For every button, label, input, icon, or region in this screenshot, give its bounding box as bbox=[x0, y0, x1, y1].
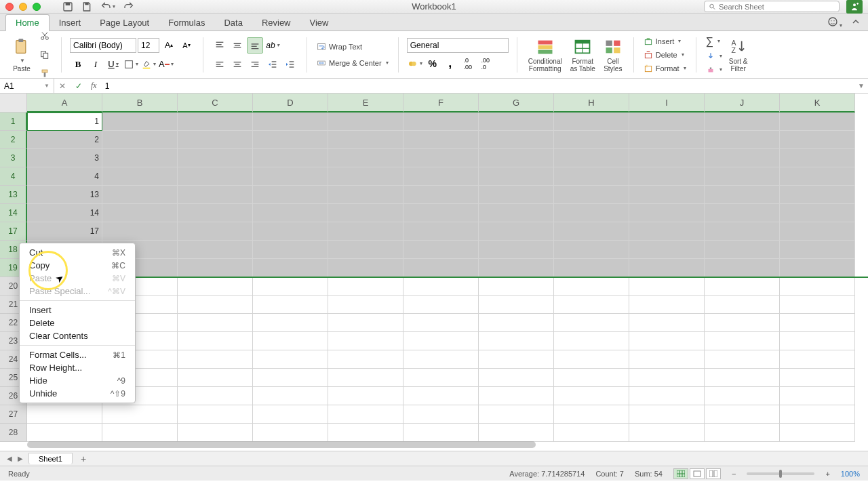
autosave-icon[interactable] bbox=[62, 1, 73, 12]
cell-K27[interactable] bbox=[780, 405, 855, 424]
cell-J25[interactable] bbox=[705, 369, 780, 387]
cell-K19[interactable] bbox=[780, 259, 855, 277]
cell-E21[interactable] bbox=[328, 296, 403, 314]
cell-H25[interactable] bbox=[554, 369, 629, 387]
cell-D27[interactable] bbox=[253, 405, 328, 424]
column-header-G[interactable]: G bbox=[479, 94, 554, 113]
cell-I26[interactable] bbox=[629, 387, 705, 405]
cell-E13[interactable] bbox=[328, 186, 403, 204]
increase-font-icon[interactable]: A▴ bbox=[161, 37, 177, 54]
normal-view-button[interactable] bbox=[673, 468, 688, 479]
zoom-slider[interactable] bbox=[747, 472, 814, 475]
accounting-format-icon[interactable]: ▾ bbox=[407, 56, 423, 72]
redo-icon[interactable] bbox=[123, 1, 134, 12]
menu-item-cut[interactable]: Cut⌘X bbox=[20, 246, 135, 259]
copy-icon[interactable] bbox=[37, 47, 53, 63]
cell-D28[interactable] bbox=[253, 424, 328, 442]
cell-F18[interactable] bbox=[403, 241, 479, 259]
paste-button[interactable]: ▼ Paste bbox=[9, 36, 34, 74]
italic-button[interactable]: I bbox=[87, 56, 104, 73]
cell-F19[interactable] bbox=[403, 259, 479, 277]
cell-C14[interactable] bbox=[178, 204, 253, 222]
cell-G4[interactable] bbox=[479, 167, 554, 186]
cell-A1[interactable]: 1 bbox=[27, 113, 102, 131]
cell-C28[interactable] bbox=[178, 424, 253, 442]
cell-K4[interactable] bbox=[780, 167, 855, 186]
cell-C21[interactable] bbox=[178, 296, 253, 314]
cells-area[interactable]: 1234131417 bbox=[27, 113, 868, 451]
cell-K3[interactable] bbox=[780, 149, 855, 167]
cell-E24[interactable] bbox=[328, 350, 403, 369]
align-middle-icon[interactable] bbox=[229, 37, 245, 54]
cell-J24[interactable] bbox=[705, 350, 780, 369]
font-color-button[interactable]: A▾ bbox=[158, 56, 174, 73]
decrease-decimal-icon[interactable]: .00.0 bbox=[477, 56, 494, 72]
cell-B14[interactable] bbox=[102, 204, 178, 222]
insert-cells-button[interactable]: Insert▾ bbox=[642, 36, 688, 47]
format-as-table-button[interactable]: Format as Table bbox=[568, 36, 598, 74]
zoom-level[interactable]: 100% bbox=[841, 470, 860, 478]
orientation-icon[interactable]: ab▾ bbox=[264, 37, 281, 54]
zoom-in-button[interactable]: + bbox=[825, 470, 829, 478]
cell-J23[interactable] bbox=[705, 332, 780, 350]
cell-H18[interactable] bbox=[554, 241, 629, 259]
cell-C26[interactable] bbox=[178, 387, 253, 405]
page-layout-view-button[interactable] bbox=[690, 468, 705, 479]
row-header-1[interactable]: 1 bbox=[0, 113, 27, 131]
cell-I21[interactable] bbox=[629, 296, 705, 314]
cell-G18[interactable] bbox=[479, 241, 554, 259]
cell-G20[interactable] bbox=[479, 277, 554, 296]
cell-B2[interactable] bbox=[102, 131, 178, 149]
cell-H21[interactable] bbox=[554, 296, 629, 314]
sort-filter-button[interactable]: AZSort & Filter bbox=[726, 36, 751, 74]
fx-icon[interactable]: fx bbox=[91, 81, 97, 91]
undo-icon[interactable]: ▾ bbox=[100, 1, 115, 12]
cell-D18[interactable] bbox=[253, 241, 328, 259]
cell-F4[interactable] bbox=[403, 167, 479, 186]
cell-G19[interactable] bbox=[479, 259, 554, 277]
row-header-2[interactable]: 2 bbox=[0, 131, 27, 149]
cell-I1[interactable] bbox=[629, 113, 705, 131]
cell-K24[interactable] bbox=[780, 350, 855, 369]
menu-item-insert[interactable]: Insert bbox=[20, 304, 135, 317]
row-header-27[interactable]: 27 bbox=[0, 405, 27, 424]
cell-H3[interactable] bbox=[554, 149, 629, 167]
tab-page-layout[interactable]: Page Layout bbox=[90, 15, 159, 30]
cell-H13[interactable] bbox=[554, 186, 629, 204]
close-window-button[interactable] bbox=[5, 3, 14, 11]
cell-K2[interactable] bbox=[780, 131, 855, 149]
cell-A3[interactable]: 3 bbox=[27, 149, 102, 167]
menu-item-format-cells[interactable]: Format Cells...⌘1 bbox=[20, 348, 135, 361]
wrap-text-button[interactable]: Wrap Text bbox=[315, 41, 390, 52]
add-sheet-button[interactable]: + bbox=[77, 453, 90, 464]
bold-button[interactable]: B bbox=[70, 56, 86, 73]
cell-I17[interactable] bbox=[629, 222, 705, 241]
decrease-font-icon[interactable]: A▾ bbox=[178, 37, 195, 54]
conditional-formatting-button[interactable]: Conditional Formatting bbox=[526, 36, 565, 74]
cell-G24[interactable] bbox=[479, 350, 554, 369]
cell-C18[interactable] bbox=[178, 241, 253, 259]
cell-E1[interactable] bbox=[328, 113, 403, 131]
cell-D25[interactable] bbox=[253, 369, 328, 387]
cell-E23[interactable] bbox=[328, 332, 403, 350]
cell-K22[interactable] bbox=[780, 314, 855, 332]
cell-E2[interactable] bbox=[328, 131, 403, 149]
cell-H17[interactable] bbox=[554, 222, 629, 241]
cell-H22[interactable] bbox=[554, 314, 629, 332]
cell-J28[interactable] bbox=[705, 424, 780, 442]
cell-C25[interactable] bbox=[178, 369, 253, 387]
cell-J1[interactable] bbox=[705, 113, 780, 131]
column-header-F[interactable]: F bbox=[403, 94, 479, 113]
align-center-icon[interactable] bbox=[229, 56, 245, 73]
cell-I13[interactable] bbox=[629, 186, 705, 204]
cell-F25[interactable] bbox=[403, 369, 479, 387]
column-header-A[interactable]: A bbox=[27, 94, 102, 113]
cell-C19[interactable] bbox=[178, 259, 253, 277]
cell-B4[interactable] bbox=[102, 167, 178, 186]
share-button[interactable] bbox=[846, 0, 863, 14]
cell-I24[interactable] bbox=[629, 350, 705, 369]
cell-B13[interactable] bbox=[102, 186, 178, 204]
menu-item-unhide[interactable]: Unhide^⇧9 bbox=[20, 387, 135, 400]
cell-K28[interactable] bbox=[780, 424, 855, 442]
cell-C22[interactable] bbox=[178, 314, 253, 332]
